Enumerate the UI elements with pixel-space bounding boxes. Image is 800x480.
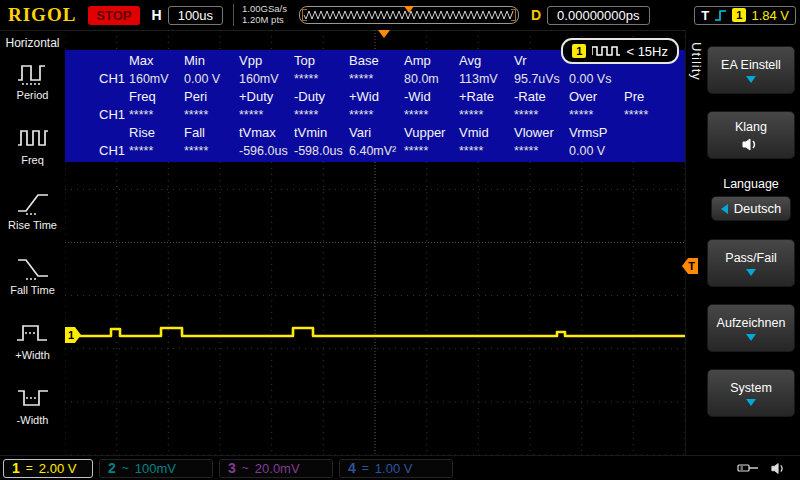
chevron-down-icon xyxy=(746,334,756,341)
channel3-indicator[interactable]: 3 ~ 20.0mV xyxy=(219,459,333,478)
measure-value: ***** xyxy=(129,106,184,124)
sidebar-item-fall-time[interactable]: Fall Time xyxy=(10,255,55,312)
measure-value: ***** xyxy=(459,142,514,160)
chevron-left-icon xyxy=(721,204,728,214)
plus-width-icon xyxy=(16,320,48,346)
measure-value: ***** xyxy=(239,106,294,124)
status-icons xyxy=(737,462,787,475)
menu-item-system[interactable]: System xyxy=(707,369,795,417)
measure-header: -Duty xyxy=(294,88,349,106)
measure-value: ***** xyxy=(184,142,239,160)
fall-time-icon xyxy=(17,255,49,281)
language-value-box[interactable]: Deutsch xyxy=(711,196,792,221)
measure-header-row: FreqPeri+Duty-Duty+Wid-Wid+Rate-RateOver… xyxy=(65,88,685,106)
channel-number: 3 xyxy=(228,460,236,476)
trigger-position-marker[interactable] xyxy=(378,30,390,38)
measure-header: VrmsP xyxy=(569,124,624,142)
channel-number: 4 xyxy=(348,460,356,476)
menu-item-label: Klang xyxy=(735,120,767,134)
channel-scale: 1.00 V xyxy=(375,461,413,476)
menu-item-io-setting[interactable]: EA Einstell xyxy=(707,46,795,94)
freq-icon xyxy=(17,125,49,151)
measure-value: 0.00 V xyxy=(184,70,239,88)
sidebar-item-period[interactable]: Period xyxy=(17,60,49,117)
measure-value: ***** xyxy=(404,142,459,160)
measure-header-row: RiseFalltVmaxtVminVariVupperVmidVlowerVr… xyxy=(65,124,685,142)
measure-header: -Wid xyxy=(404,88,459,106)
chevron-down-icon xyxy=(746,399,756,406)
sidebar-item-minus-width[interactable]: -Width xyxy=(17,385,49,442)
menu-item-label: EA Einstell xyxy=(721,58,781,72)
measure-value: 160mV xyxy=(239,70,294,88)
run-state-badge[interactable]: STOP xyxy=(88,6,139,25)
measure-header: Base xyxy=(349,52,404,70)
menu-item-label: System xyxy=(730,381,772,395)
coupling-symbol: ~ xyxy=(122,461,129,475)
measure-value: 0.00 V xyxy=(569,142,624,160)
measure-value: 160mV xyxy=(129,70,184,88)
channel-scale: 20.0mV xyxy=(255,461,300,476)
measure-value: ***** xyxy=(349,70,404,88)
coupling-symbol: ~ xyxy=(242,461,249,475)
sidebar-item-plus-width[interactable]: +Width xyxy=(15,320,50,377)
measure-header: -Rate xyxy=(514,88,569,106)
trigger-label: T xyxy=(701,8,709,23)
channel-label: CH1 xyxy=(65,70,129,88)
memory-depth: 1.20M pts xyxy=(242,15,287,26)
waveform-preview-strip xyxy=(299,6,519,24)
sidebar-item-label: -Width xyxy=(17,414,49,426)
menu-item-sound[interactable]: Klang xyxy=(707,111,795,159)
measure-header: +Wid xyxy=(349,88,404,106)
sidebar-title: Horizontal xyxy=(5,36,59,50)
measure-value: ***** xyxy=(294,70,349,88)
sidebar-item-label: Period xyxy=(17,89,49,101)
measure-value: ***** xyxy=(349,106,404,124)
measure-value: ***** xyxy=(514,106,569,124)
measure-header: tVmin xyxy=(294,124,349,142)
channel-scale: 100mV xyxy=(135,461,176,476)
measure-header: Rise xyxy=(129,124,184,142)
measure-header: tVmax xyxy=(239,124,294,142)
chevron-down-icon xyxy=(746,269,756,276)
measure-value: ***** xyxy=(514,142,569,160)
menu-tab-utility: Utility xyxy=(689,42,704,81)
menu-item-record[interactable]: Aufzeichnen xyxy=(707,304,795,352)
trigger-level: 1.84 V xyxy=(751,8,789,23)
measure-value: 113mV xyxy=(459,70,514,88)
measure-value: ***** xyxy=(569,106,624,124)
measure-header: Vupper xyxy=(404,124,459,142)
sidebar-item-freq[interactable]: Freq xyxy=(17,125,49,182)
trigger-source-chip: 1 xyxy=(732,8,746,22)
chevron-down-icon xyxy=(746,76,756,83)
oscilloscope-screen: RIGOL STOP H 100us 1.00GSa/s 1.20M pts D… xyxy=(0,0,800,480)
measure-header: Vlower xyxy=(514,124,569,142)
usb-icon xyxy=(737,462,759,474)
measure-header: Avg xyxy=(459,52,514,70)
measure-value: -596.0us xyxy=(239,142,294,160)
measure-header: Vpp xyxy=(239,52,294,70)
channel4-indicator[interactable]: 4 = 1.00 V xyxy=(339,459,453,478)
measure-header: Peri xyxy=(184,88,239,106)
measure-value: 0.00 Vs xyxy=(569,70,624,88)
sidebar-item-label: Freq xyxy=(21,154,44,166)
horizontal-timebase[interactable]: H 100us xyxy=(152,6,224,25)
channel-scale: 2.00 V xyxy=(39,461,77,476)
measure-value: ***** xyxy=(129,142,184,160)
measure-value-row: CH1 ************************************… xyxy=(65,106,685,124)
sidebar-item-rise-time[interactable]: Rise Time xyxy=(8,190,57,247)
measure-value: ***** xyxy=(624,106,679,124)
channel1-indicator[interactable]: 1 = 2.00 V xyxy=(3,459,93,478)
measure-header: Amp xyxy=(404,52,459,70)
channel2-indicator[interactable]: 2 ~ 100mV xyxy=(99,459,213,478)
measure-header: Pre xyxy=(624,88,679,106)
menu-item-language[interactable]: Language Deutsch xyxy=(707,176,795,222)
brand-logo: RIGOL xyxy=(8,4,76,26)
menu-item-label: Aufzeichnen xyxy=(717,316,786,330)
rise-time-icon xyxy=(17,190,49,216)
channel-label: CH1 xyxy=(65,142,129,160)
measure-header: Max xyxy=(129,52,184,70)
period-icon xyxy=(17,60,49,86)
sidebar-item-label: +Width xyxy=(15,349,50,361)
channel-number: 1 xyxy=(12,460,20,476)
menu-item-passfail[interactable]: Pass/Fail xyxy=(707,239,795,287)
